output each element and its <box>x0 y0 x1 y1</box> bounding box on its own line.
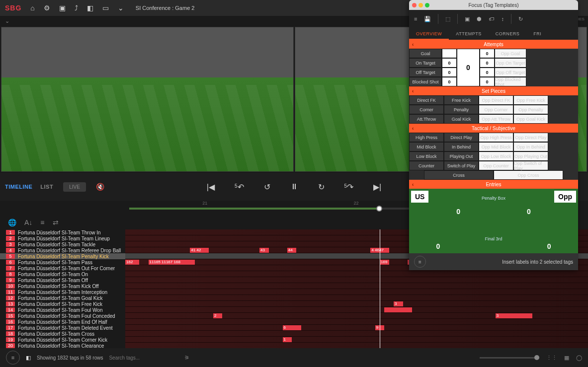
video-pane-left[interactable] <box>1 27 294 172</box>
entries-pitch[interactable]: US Opp Penalty Box 0 0 Final 3rd 0 0 <box>409 189 578 253</box>
timeline-row[interactable]: 7Fortuna Düsseldorf SI-Team Out For Corn… <box>0 265 125 271</box>
timeline-row[interactable]: 14Fortuna Düsseldorf SI-Team Foul Won <box>0 307 125 313</box>
arrows-icon[interactable]: ↕ <box>501 16 504 22</box>
timeline-clip[interactable]: 1 <box>283 337 292 342</box>
timeline-lane[interactable]: 3 <box>125 301 588 307</box>
globe-icon[interactable]: 🌐 <box>8 219 16 226</box>
timeline-row[interactable]: 6Fortuna Düsseldorf SI-Team Pass <box>0 259 125 265</box>
row-list[interactable]: 1Fortuna Düsseldorf SI-Team Throw In2For… <box>0 229 125 348</box>
sort-alpha-icon[interactable]: A↓ <box>24 219 32 226</box>
attempt-opp-label[interactable]: Opp Blocked Shot <box>495 77 526 86</box>
timeline-clip[interactable]: 3 <box>394 301 403 306</box>
tactical-button[interactable]: Playing Out <box>444 151 479 161</box>
focus-tab-overview[interactable]: OVERVIEW <box>409 28 449 40</box>
zoom-slider[interactable] <box>480 357 539 359</box>
tactical-opp-button[interactable]: Opp In Behind <box>513 142 548 151</box>
tactical-opp-button[interactable]: Opp Playing Out <box>513 151 548 161</box>
tactical-opp-button[interactable]: Opp Low Block <box>479 151 513 161</box>
shield-icon[interactable]: ⬢ <box>477 16 482 22</box>
home-icon[interactable]: ⌂ <box>30 4 34 12</box>
timeline-lane[interactable] <box>125 319 588 325</box>
setpiece-button[interactable]: Penalty <box>444 105 479 114</box>
sort-lines-icon[interactable]: ≡ <box>40 219 44 226</box>
upload-icon[interactable]: ⤴ <box>75 4 78 12</box>
filter-icon[interactable]: ⚞ <box>184 355 189 361</box>
setpiece-button[interactable]: Free Kick <box>444 95 479 105</box>
timeline-lane[interactable] <box>125 277 588 283</box>
cross-opp-button[interactable]: Opp Cross <box>494 170 563 180</box>
grid-icon[interactable]: ▦ <box>564 355 569 361</box>
live-button[interactable]: LIVE <box>63 182 86 192</box>
tactical-button[interactable]: High Press <box>409 133 444 142</box>
tactical-opp-button[interactable]: Opp Counter <box>479 161 513 170</box>
timeline-row[interactable]: 5Fortuna Düsseldorf SI-Team Penalty Kick <box>0 253 125 259</box>
timeline-clip[interactable]: 43 <box>259 248 269 253</box>
timeline-lane[interactable]: 1 <box>125 337 588 343</box>
setpiece-opp-button[interactable]: Opp Free Kick <box>513 95 548 105</box>
tactical-button[interactable]: Counter <box>409 161 444 170</box>
tactical-opp-button[interactable]: Opp Mid Block <box>479 142 513 151</box>
timeline-lane[interactable] <box>125 343 588 348</box>
section-tactical-header[interactable]: ‹Tactical / Subjective <box>409 124 578 133</box>
menu-round-button[interactable]: ≡ <box>6 351 20 365</box>
focus-titlebar[interactable]: Focus (Tag Templates) <box>409 0 578 10</box>
setpiece-opp-button[interactable]: Opp Corner <box>479 105 513 114</box>
timeline-row[interactable]: 9Fortuna Düsseldorf SI-Team Off <box>0 277 125 283</box>
timeline-row[interactable]: 2Fortuna Düsseldorf SI-Team Team Lineup <box>0 235 125 241</box>
close-icon[interactable] <box>412 3 417 7</box>
tactical-button[interactable]: Low Block <box>409 151 444 161</box>
setpiece-opp-button[interactable]: Opp Goal Kick <box>513 114 548 124</box>
skip-end-icon[interactable]: ▶| <box>373 182 381 192</box>
monitor-icon[interactable]: ▭ <box>102 4 109 12</box>
chevron-down-icon[interactable]: ⌄ <box>118 4 124 12</box>
setpiece-button[interactable]: Direct FK <box>409 95 444 105</box>
timeline-clip[interactable]: 2 <box>213 313 223 318</box>
timeline-row[interactable]: 11Fortuna Düsseldorf SI-Team Interceptio… <box>0 289 125 295</box>
setpiece-opp-button[interactable]: Opp Att.Throw <box>479 114 513 124</box>
section-setpieces-header[interactable]: ‹Set Pieces <box>409 86 578 95</box>
tactical-button[interactable]: In Behind <box>444 142 479 151</box>
setpiece-button[interactable]: Corner <box>409 105 444 114</box>
timeline-row[interactable]: 18Fortuna Düsseldorf SI-Team Cross <box>0 331 125 337</box>
pause-icon[interactable]: ⏸ <box>290 182 298 191</box>
timeline-row[interactable]: 3Fortuna Düsseldorf SI-Team Tackle <box>0 241 125 247</box>
tactical-opp-button[interactable]: Opp Direct Play <box>513 133 548 142</box>
timeline-lane[interactable]: 69 <box>125 325 588 331</box>
scrub-thumb[interactable] <box>376 206 382 212</box>
menu-icon[interactable]: ≡ <box>414 16 417 22</box>
timeline-lane[interactable] <box>125 295 588 301</box>
focus-tab-corners[interactable]: CORNERS <box>489 28 527 40</box>
setpiece-button[interactable]: Goal Kick <box>444 114 479 124</box>
tactical-button[interactable]: Mid Block <box>409 142 444 151</box>
timeline-row[interactable]: 10Fortuna Düsseldorf SI-Team Kick Off <box>0 283 125 289</box>
timeline-lane[interactable] <box>125 307 588 313</box>
timeline-row[interactable]: 20Fortuna Düsseldorf SI-Team Clearance <box>0 343 125 348</box>
timeline-lane[interactable]: 23 <box>125 313 588 319</box>
timeline-lane[interactable] <box>125 283 588 289</box>
timeline-clip[interactable] <box>384 307 412 312</box>
tactical-button[interactable]: Switch of Play <box>444 161 479 170</box>
gear-icon[interactable]: ⚙ <box>44 4 50 12</box>
section-entries-header[interactable]: ‹Entries <box>409 180 578 189</box>
timeline-clip[interactable]: 6 <box>283 325 301 330</box>
cross-button[interactable]: Cross <box>424 170 494 180</box>
timeline-row[interactable]: 13Fortuna Düsseldorf SI-Team Free Kick <box>0 301 125 307</box>
jump-fwd-icon[interactable]: 5↷ <box>344 182 354 192</box>
timeline-clip[interactable]: 11165 11167 168 <box>149 260 195 265</box>
attempt-label[interactable]: Goal <box>409 49 442 58</box>
nodes-icon[interactable]: ⋮⋮ <box>546 355 557 361</box>
search-input[interactable] <box>109 355 178 361</box>
jump-back-icon[interactable]: 5↶ <box>235 182 244 192</box>
forward-icon[interactable]: ↻ <box>318 182 325 192</box>
attempt-label[interactable]: Blocked Shot <box>409 77 442 86</box>
section-attempts-header[interactable]: ‹Attempts <box>409 40 578 49</box>
timeline-row[interactable]: 15Fortuna Düsseldorf SI-Team Foul Conced… <box>0 313 125 319</box>
timeline-row[interactable]: 1Fortuna Düsseldorf SI-Team Throw In <box>0 229 125 235</box>
setpiece-opp-button[interactable]: Opp Direct FK <box>479 95 513 105</box>
link-icon[interactable]: ⇄ <box>53 219 59 226</box>
timeline-lane[interactable] <box>125 289 588 295</box>
session-title[interactable]: SI Conference : Game 2 <box>136 5 195 11</box>
attempt-opp-label[interactable]: Opp Goal <box>495 49 526 58</box>
import-icon[interactable]: ⬚ <box>445 16 450 22</box>
timeline-clip[interactable]: 3 <box>496 313 532 318</box>
